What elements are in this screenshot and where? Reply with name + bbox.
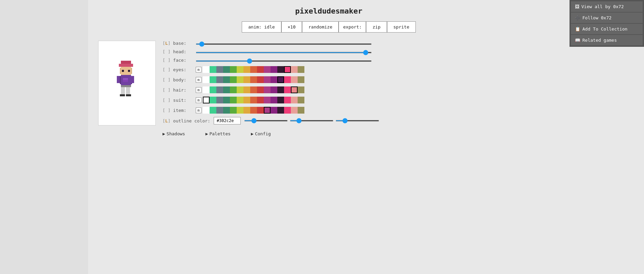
anim-idle-button[interactable]: anim: idle	[242, 21, 281, 33]
swatch-suit-10[interactable]	[271, 97, 277, 103]
swatch-item-7[interactable]	[250, 107, 257, 114]
swatch-eyes-7[interactable]	[250, 66, 257, 73]
swatch-suit-13[interactable]	[291, 97, 298, 103]
eyes-m-button[interactable]: m	[196, 67, 201, 73]
swatch-hair-8[interactable]	[257, 86, 264, 93]
outline-color-input[interactable]	[214, 117, 241, 124]
swatch-body-9[interactable]	[264, 76, 271, 83]
swatch-eyes-14[interactable]	[298, 66, 304, 73]
swatch-hair-4[interactable]	[230, 86, 237, 93]
swatch-item-13[interactable]	[291, 107, 298, 114]
swatch-item-10[interactable]	[271, 107, 277, 114]
swatch-suit-9[interactable]	[264, 97, 271, 103]
view-all-button[interactable]: 🖼 View all by 0x72	[571, 1, 643, 12]
swatch-suit-2[interactable]	[216, 97, 223, 103]
green-slider[interactable]	[290, 120, 334, 121]
swatch-hair-2[interactable]	[216, 86, 223, 93]
swatch-body-3[interactable]	[223, 76, 230, 83]
swatch-body-1[interactable]	[210, 76, 216, 83]
swatch-suit-8[interactable]	[257, 97, 264, 103]
swatch-suit-7[interactable]	[250, 97, 257, 103]
left-sidebar	[0, 0, 88, 274]
swatch-suit-6[interactable]	[243, 97, 250, 103]
swatch-item-6[interactable]	[243, 107, 250, 114]
swatch-hair-5[interactable]	[237, 86, 243, 93]
swatch-hair-11[interactable]	[277, 86, 284, 93]
swatch-hair-0[interactable]	[203, 86, 210, 93]
swatch-eyes-12[interactable]	[284, 66, 291, 73]
swatch-hair-9[interactable]	[264, 86, 271, 93]
randomize-button[interactable]: randomize	[302, 21, 339, 33]
swatch-eyes-8[interactable]	[257, 66, 264, 73]
swatch-item-3[interactable]	[223, 107, 230, 114]
item-m-button[interactable]: m	[196, 107, 201, 113]
swatch-hair-1[interactable]	[210, 86, 216, 93]
swatch-suit-4[interactable]	[230, 97, 237, 103]
swatch-suit-0[interactable]	[203, 97, 210, 103]
swatch-item-14[interactable]	[298, 107, 304, 114]
hair-m-button[interactable]: m	[196, 87, 201, 93]
swatch-eyes-9[interactable]	[264, 66, 271, 73]
config-toggle[interactable]: ▶ Config	[251, 131, 271, 136]
swatch-suit-12[interactable]	[284, 97, 291, 103]
swatch-body-5[interactable]	[237, 76, 243, 83]
swatch-eyes-4[interactable]	[230, 66, 237, 73]
swatch-body-7[interactable]	[250, 76, 257, 83]
base-slider[interactable]	[196, 43, 372, 45]
swatch-body-4[interactable]	[230, 76, 237, 83]
suit-m-button[interactable]: m	[196, 97, 201, 103]
zip-button[interactable]: zip	[366, 21, 387, 33]
swatch-eyes-10[interactable]	[271, 66, 277, 73]
swatch-body-12[interactable]	[284, 76, 291, 83]
swatch-body-11[interactable]	[277, 76, 284, 83]
swatch-body-14[interactable]	[298, 76, 304, 83]
sprite-button[interactable]: sprite	[387, 21, 416, 33]
swatch-eyes-13[interactable]	[291, 66, 298, 73]
swatch-eyes-5[interactable]	[237, 66, 243, 73]
swatch-hair-10[interactable]	[271, 86, 277, 93]
swatch-hair-7[interactable]	[250, 86, 257, 93]
body-m-button[interactable]: m	[196, 77, 201, 83]
palettes-toggle[interactable]: ▶ Palettes	[206, 131, 231, 136]
face-slider[interactable]	[196, 60, 372, 62]
swatch-item-12[interactable]	[284, 107, 291, 114]
swatch-item-8[interactable]	[257, 107, 264, 114]
related-games-button[interactable]: 📖 Related games	[571, 35, 643, 45]
swatch-body-6[interactable]	[243, 76, 250, 83]
swatch-item-2[interactable]	[216, 107, 223, 114]
swatch-eyes-11[interactable]	[277, 66, 284, 73]
red-slider[interactable]	[244, 120, 288, 121]
swatch-item-11[interactable]	[277, 107, 284, 114]
head-slider[interactable]	[196, 52, 372, 53]
add-collection-button[interactable]: 📋 Add To Collection	[571, 24, 643, 34]
swatch-eyes-6[interactable]	[243, 66, 250, 73]
swatch-body-10[interactable]	[271, 76, 277, 83]
follow-button[interactable]: ➕ Follow 0x72	[571, 13, 643, 23]
swatch-body-2[interactable]	[216, 76, 223, 83]
swatch-hair-12[interactable]	[284, 86, 291, 93]
swatch-hair-14[interactable]	[298, 86, 304, 93]
swatch-suit-11[interactable]	[277, 97, 284, 103]
shadows-toggle[interactable]: ▶ Shadows	[163, 131, 185, 136]
swatch-suit-14[interactable]	[298, 97, 304, 103]
swatch-suit-3[interactable]	[223, 97, 230, 103]
swatch-item-9[interactable]	[264, 107, 271, 114]
swatch-eyes-0[interactable]	[203, 66, 210, 73]
x10-button[interactable]: ×10	[281, 21, 302, 33]
swatch-item-4[interactable]	[230, 107, 237, 114]
swatch-body-0[interactable]	[203, 76, 210, 83]
swatch-body-8[interactable]	[257, 76, 264, 83]
swatch-item-0[interactable]	[203, 107, 210, 114]
swatch-body-13[interactable]	[291, 76, 298, 83]
swatch-hair-3[interactable]	[223, 86, 230, 93]
swatch-suit-5[interactable]	[237, 97, 243, 103]
swatch-hair-6[interactable]	[243, 86, 250, 93]
blue-slider[interactable]	[336, 120, 379, 121]
swatch-eyes-3[interactable]	[223, 66, 230, 73]
swatch-item-1[interactable]	[210, 107, 216, 114]
swatch-suit-1[interactable]	[210, 97, 216, 103]
swatch-item-5[interactable]	[237, 107, 243, 114]
swatch-eyes-1[interactable]	[210, 66, 216, 73]
swatch-eyes-2[interactable]	[216, 66, 223, 73]
swatch-hair-13[interactable]	[291, 86, 298, 93]
